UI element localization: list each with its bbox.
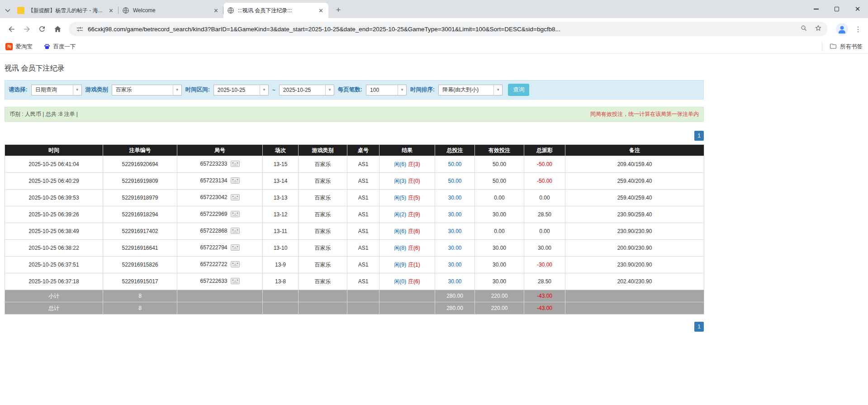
close-icon[interactable]: ✕ bbox=[107, 7, 115, 14]
close-icon[interactable]: ✕ bbox=[212, 7, 220, 14]
game-type-select[interactable]: 百家乐 ▼ bbox=[112, 85, 182, 95]
cell-bet-id: 522916918979 bbox=[103, 190, 177, 206]
column-header: 场次 bbox=[263, 145, 299, 156]
menu-kebab-icon[interactable]: ⋮ bbox=[852, 23, 864, 35]
cell-valid-bet: 50.00 bbox=[475, 156, 524, 173]
search-button[interactable]: 查询 bbox=[508, 84, 529, 96]
cell-round-id: 657222722 bbox=[177, 257, 263, 273]
back-icon[interactable] bbox=[4, 21, 19, 37]
pagination-page-1[interactable]: 1 bbox=[694, 131, 704, 141]
banker-result: 庄(5) bbox=[408, 195, 420, 201]
road-map-icon[interactable] bbox=[231, 278, 240, 286]
banker-result: 庄(9) bbox=[408, 211, 420, 218]
cell-total-bet: 30.00 bbox=[435, 257, 475, 273]
cell-valid-bet: 30.00 bbox=[475, 257, 524, 273]
table-row: 2025-10-25 06:41:04 522916920694 6572232… bbox=[5, 156, 704, 173]
cell-total-bet: 50.00 bbox=[435, 173, 475, 190]
site-settings-icon[interactable] bbox=[74, 24, 85, 34]
cell-result: 闲(9)庄(1) bbox=[379, 257, 435, 273]
cell-bet-id: 522916917402 bbox=[103, 223, 177, 240]
road-map-icon[interactable] bbox=[231, 177, 240, 185]
cell-total-bet: 30.00 bbox=[435, 190, 475, 206]
total-bet-link[interactable]: 50.00 bbox=[448, 161, 461, 167]
cell-session: 13-11 bbox=[263, 223, 299, 240]
total-bet-link[interactable]: 30.00 bbox=[448, 278, 461, 285]
date-separator: ~ bbox=[272, 87, 275, 93]
address-bar[interactable]: 66cxkj98.com/game/betrecord_search/kind3… bbox=[69, 22, 828, 36]
url-text[interactable]: 66cxkj98.com/game/betrecord_search/kind3… bbox=[88, 26, 796, 33]
cell-table-no: AS1 bbox=[347, 223, 379, 240]
cell-valid-bet: 0.00 bbox=[475, 190, 524, 206]
sort-select[interactable]: 降幕(由大到小) ▼ bbox=[438, 85, 503, 95]
chevron-down-icon: ▼ bbox=[260, 85, 268, 95]
column-header: 有效投注 bbox=[475, 145, 524, 156]
banker-result: 庄(0) bbox=[408, 178, 420, 184]
chevron-down-icon[interactable] bbox=[2, 3, 14, 18]
all-bookmarks-label: 所有书签 bbox=[840, 43, 863, 51]
taobao-icon: 淘 bbox=[5, 43, 13, 50]
player-result: 闲(2) bbox=[394, 211, 406, 218]
globe-icon bbox=[122, 7, 129, 14]
date-end-select[interactable]: 2025-10-25 ▼ bbox=[279, 85, 334, 95]
tab-forum-post[interactable]: 【新提醒】杨雪儿的帖子 - 海... ✕ bbox=[14, 3, 119, 18]
close-icon[interactable]: ✕ bbox=[317, 7, 325, 14]
cell-payout: 28.50 bbox=[524, 206, 565, 223]
close-window-button[interactable]: ✕ bbox=[847, 0, 868, 18]
bookmark-baidu[interactable]: 百度一下 bbox=[43, 43, 76, 51]
bookmark-label: 百度一下 bbox=[53, 43, 76, 51]
zoom-icon[interactable] bbox=[800, 24, 808, 34]
minimize-button[interactable] bbox=[806, 0, 826, 18]
banker-result: 庄(1) bbox=[408, 262, 420, 268]
tab-welcome[interactable]: Welcome ✕ bbox=[119, 3, 223, 18]
forward-icon[interactable] bbox=[19, 21, 34, 37]
filter-bar: 请选择: 日期查询 ▼ 游戏类别 百家乐 ▼ 时间区间: 2025-10-25 … bbox=[5, 80, 704, 100]
subtotal-total-bet: 280.00 bbox=[435, 290, 475, 302]
road-map-icon[interactable] bbox=[231, 161, 240, 168]
cell-time: 2025-10-25 06:40:29 bbox=[5, 173, 103, 190]
cell-result: 闲(3)庄(0) bbox=[379, 173, 435, 190]
player-result: 闲(6) bbox=[394, 161, 406, 167]
home-icon[interactable] bbox=[50, 21, 65, 37]
bookmark-taobao[interactable]: 淘 爱淘宝 bbox=[5, 43, 33, 51]
cell-remark: 202.40/230.90 bbox=[565, 273, 704, 290]
profile-avatar[interactable] bbox=[836, 23, 848, 35]
total-bet-link[interactable]: 30.00 bbox=[448, 195, 461, 201]
cell-total-bet: 50.00 bbox=[435, 156, 475, 173]
total-bet-link[interactable]: 30.00 bbox=[448, 211, 461, 218]
total-bet-link[interactable]: 30.00 bbox=[448, 262, 461, 268]
tab-title: 【新提醒】杨雪儿的帖子 - 海... bbox=[28, 7, 104, 14]
road-map-icon[interactable] bbox=[231, 211, 240, 219]
total-bet-link[interactable]: 50.00 bbox=[448, 178, 461, 184]
per-page-select[interactable]: 100 ▼ bbox=[366, 85, 407, 95]
reload-icon[interactable] bbox=[34, 21, 50, 37]
cell-game-type: 百家乐 bbox=[299, 156, 347, 173]
pagination-page-1-bottom[interactable]: 1 bbox=[694, 322, 704, 332]
cell-payout: 30.00 bbox=[524, 240, 565, 257]
sort-label: 时间排序: bbox=[410, 86, 435, 94]
road-map-icon[interactable] bbox=[231, 194, 240, 202]
query-type-select[interactable]: 日期查询 ▼ bbox=[31, 85, 82, 95]
bookmark-star-icon[interactable] bbox=[814, 24, 822, 34]
cell-total-bet: 30.00 bbox=[435, 240, 475, 257]
all-bookmarks[interactable]: 所有书签 bbox=[822, 42, 863, 51]
cell-time: 2025-10-25 06:39:53 bbox=[5, 190, 103, 206]
browser-toolbar: 66cxkj98.com/game/betrecord_search/kind3… bbox=[0, 18, 868, 40]
total-bet-link[interactable]: 30.00 bbox=[448, 228, 461, 234]
road-map-icon[interactable] bbox=[231, 261, 240, 269]
chevron-down-icon: ▼ bbox=[73, 85, 81, 95]
table-row: 2025-10-25 06:38:49 522916917402 6572228… bbox=[5, 223, 704, 240]
cell-table-no: AS1 bbox=[347, 240, 379, 257]
road-map-icon[interactable] bbox=[231, 244, 240, 252]
cell-bet-id: 522916920694 bbox=[103, 156, 177, 173]
cell-time: 2025-10-25 06:39:26 bbox=[5, 206, 103, 223]
cell-total-bet: 30.00 bbox=[435, 223, 475, 240]
maximize-button[interactable] bbox=[826, 0, 847, 18]
cell-valid-bet: 30.00 bbox=[475, 206, 524, 223]
date-start-select[interactable]: 2025-10-25 ▼ bbox=[213, 85, 269, 95]
road-map-icon[interactable] bbox=[231, 228, 240, 235]
tab-bet-records-active[interactable]: :::视讯 会员下注纪录::: ✕ bbox=[223, 3, 328, 18]
cell-result: 闲(2)庄(9) bbox=[379, 206, 435, 223]
new-tab-button[interactable]: + bbox=[332, 4, 345, 16]
table-row: 2025-10-25 06:37:51 522916915826 6572227… bbox=[5, 257, 704, 273]
total-bet-link[interactable]: 30.00 bbox=[448, 245, 461, 251]
